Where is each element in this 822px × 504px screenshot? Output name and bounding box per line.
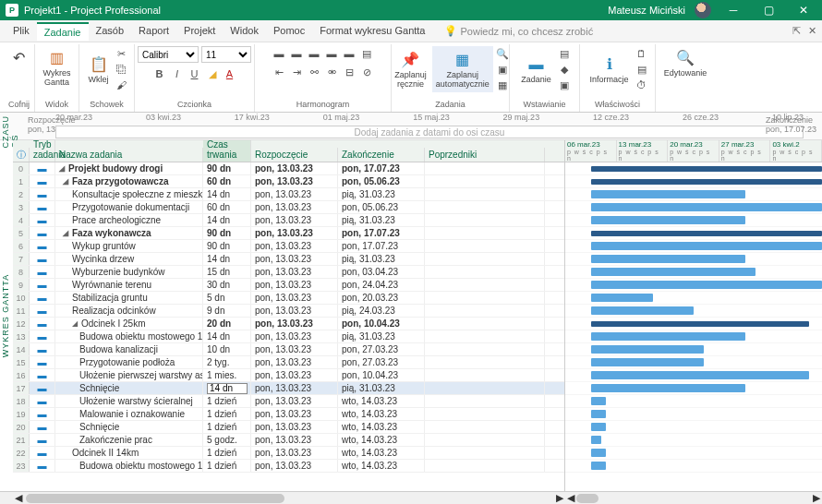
cell-mode[interactable]: ▬: [30, 330, 55, 342]
row-number[interactable]: 20: [13, 421, 30, 433]
cell-mode[interactable]: ▬: [30, 266, 55, 278]
col-duration[interactable]: Czas trwania: [203, 140, 251, 162]
summary-button[interactable]: ▤: [557, 46, 572, 61]
cell-name[interactable]: Wyburzenie budynków: [55, 266, 203, 278]
cell-name[interactable]: Odcinek II 14km: [55, 447, 203, 459]
cell-start[interactable]: pon, 13.03.23: [251, 292, 338, 304]
cell-start[interactable]: pon, 13.03.23: [251, 434, 338, 446]
cell-duration[interactable]: 2 tyg.: [203, 356, 251, 368]
cell-duration[interactable]: 14 dn: [203, 330, 251, 342]
cell-duration[interactable]: 30 dn: [203, 279, 251, 291]
pct-75-button[interactable]: ▬: [324, 46, 339, 61]
cell-duration[interactable]: 9 dn: [203, 305, 251, 317]
row-number[interactable]: 3: [13, 201, 30, 213]
cell-predecessors[interactable]: [425, 343, 545, 355]
menu-tab-raport[interactable]: Raport: [131, 22, 176, 41]
cell-duration[interactable]: 15 dn: [203, 266, 251, 278]
cell-mode[interactable]: ▬: [30, 343, 55, 355]
table-row[interactable]: 19▬Malowanie i oznakowanie1 dzieńpon, 13…: [13, 408, 564, 421]
cell-end[interactable]: pon, 05.06.23: [338, 175, 425, 187]
link-button[interactable]: ⚯: [307, 65, 321, 79]
cell-start[interactable]: pon, 13.03.23: [251, 343, 338, 355]
close-button[interactable]: ✕: [791, 0, 816, 20]
table-row[interactable]: 18▬Ułożenie warstwy ścieralnej1 dzieńpon…: [13, 395, 564, 408]
cell-duration[interactable]: 1 dzień: [203, 395, 251, 407]
cell-name[interactable]: Ułożenie warstwy ścieralnej: [55, 395, 203, 407]
table-row[interactable]: 22▬Odcinek II 14km1 dzieńpon, 13.03.23wt…: [13, 447, 564, 460]
cell-name[interactable]: Budowa kanalizacji: [55, 343, 203, 355]
cell-end[interactable]: wto, 14.03.23: [338, 434, 425, 446]
cell-mode[interactable]: ▬: [30, 175, 55, 187]
table-row[interactable]: 10▬Stabilizacja gruntu5 dnpon, 13.03.23p…: [13, 292, 564, 305]
cell-start[interactable]: pon, 13.03.23: [251, 253, 338, 265]
duration-input[interactable]: [207, 383, 248, 394]
cell-end[interactable]: wto, 14.03.23: [338, 395, 425, 407]
underline-button[interactable]: U: [187, 66, 202, 81]
font-color-button[interactable]: A: [223, 66, 237, 81]
cell-predecessors[interactable]: [425, 305, 545, 317]
cell-name[interactable]: Prace archeologiczne: [55, 214, 203, 226]
pct-0-button[interactable]: ▬: [272, 46, 286, 61]
cell-name[interactable]: Konsultacje społeczne z mieszkańcami: [55, 188, 203, 200]
gantt-bar[interactable]: [591, 242, 822, 250]
table-row[interactable]: 12▬◢Odcinek I 25km20 dnpon, 13.03.23pon,…: [13, 318, 564, 330]
cell-start[interactable]: pon, 13.03.23: [251, 266, 338, 278]
cell-predecessors[interactable]: [425, 214, 545, 226]
gantt-bar[interactable]: [591, 321, 809, 327]
cell-name[interactable]: Schnięcie: [55, 382, 203, 394]
cell-name[interactable]: Wyrównanie terenu: [55, 279, 203, 291]
cell-name[interactable]: Stabilizacja gruntu: [55, 292, 203, 304]
maximize-button[interactable]: ▢: [756, 0, 781, 20]
cell-predecessors[interactable]: [425, 201, 545, 213]
cell-name[interactable]: Przygotowanie dokumentacji: [55, 201, 203, 213]
cell-mode[interactable]: ▬: [30, 162, 55, 174]
cell-start[interactable]: pon, 13.03.23: [251, 214, 338, 226]
cell-mode[interactable]: ▬: [30, 305, 55, 317]
cell-name[interactable]: Ułożenie pierwszej warstwy asfaltu: [55, 369, 203, 381]
table-row[interactable]: 2▬Konsultacje społeczne z mieszkańcami14…: [13, 188, 564, 201]
table-row[interactable]: 9▬Wyrównanie terenu30 dnpon, 13.03.23pon…: [13, 279, 564, 292]
pct-25-button[interactable]: ▬: [289, 46, 304, 61]
cell-mode[interactable]: ▬: [30, 227, 55, 239]
cell-duration[interactable]: 90 dn: [203, 162, 251, 174]
cell-start[interactable]: pon, 13.03.23: [251, 240, 338, 252]
cell-end[interactable]: pon, 27.03.23: [338, 343, 425, 355]
gantt-bar[interactable]: [591, 294, 653, 302]
scroll-right-icon[interactable]: ▶: [556, 492, 563, 504]
cell-start[interactable]: pon, 13.03.23: [251, 175, 338, 187]
cell-start[interactable]: pon, 13.03.23: [251, 227, 338, 239]
gantt-bar[interactable]: [591, 436, 601, 444]
col-predecessors[interactable]: Poprzedniki: [425, 148, 545, 162]
cell-mode[interactable]: ▬: [30, 460, 55, 472]
move-button[interactable]: ▣: [495, 62, 510, 77]
timeline-add-button[interactable]: ⏱: [635, 78, 649, 92]
schedule-auto-button[interactable]: ▦Zaplanuj automatycznie: [432, 46, 493, 92]
table-row[interactable]: 14▬Budowa kanalizacji10 dnpon, 13.03.23p…: [13, 343, 564, 356]
menu-tab-widok[interactable]: Widok: [223, 22, 266, 41]
row-number[interactable]: 21: [13, 434, 30, 446]
font-size-select[interactable]: 11: [201, 46, 251, 63]
menu-tab-format-wykresu-gantta[interactable]: Format wykresu Gantta: [312, 22, 432, 41]
row-number[interactable]: 18: [13, 395, 30, 407]
cell-end[interactable]: pią, 31.03.23: [338, 330, 425, 342]
row-number[interactable]: 7: [13, 253, 30, 265]
cell-mode[interactable]: ▬: [30, 382, 55, 394]
col-start[interactable]: Rozpoczęcie: [251, 148, 338, 162]
row-number[interactable]: 14: [13, 343, 30, 355]
format-painter-button[interactable]: 🖌: [115, 78, 129, 92]
cell-predecessors[interactable]: [425, 175, 545, 187]
table-row[interactable]: 3▬Przygotowanie dokumentacji60 dnpon, 13…: [13, 201, 564, 214]
pct-50-button[interactable]: ▬: [307, 46, 321, 61]
cell-end[interactable]: pon, 17.07.23: [338, 227, 425, 239]
cell-start[interactable]: pon, 13.03.23: [251, 382, 338, 394]
cell-name[interactable]: Budowa obiektu mostowego 102: [55, 460, 203, 472]
cell-duration[interactable]: 1 dzień: [203, 447, 251, 459]
gantt-bar[interactable]: [591, 281, 822, 289]
cell-duration[interactable]: 20 dn: [203, 318, 251, 330]
gantt-bar[interactable]: [591, 190, 745, 198]
bold-button[interactable]: B: [152, 66, 167, 81]
cell-mode[interactable]: ▬: [30, 395, 55, 407]
table-row[interactable]: 5▬◢Faza wykonawcza90 dnpon, 13.03.23pon,…: [13, 227, 564, 240]
cell-mode[interactable]: ▬: [30, 408, 55, 420]
cell-end[interactable]: pon, 17.07.23: [338, 240, 425, 252]
